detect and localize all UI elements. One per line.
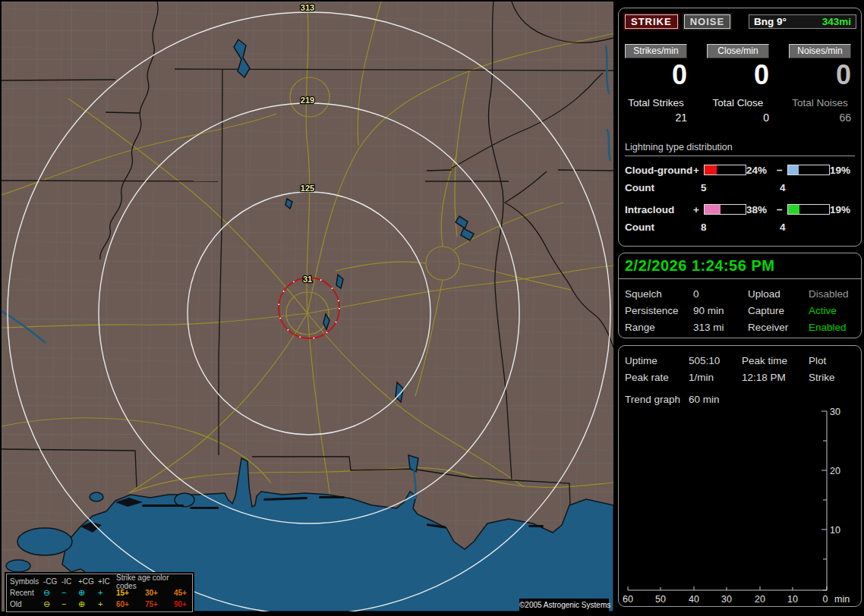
bearing-value: Bng 9° — [754, 16, 787, 27]
plot-mode-value: Strike — [809, 372, 855, 383]
ring-label-31: 31 — [303, 275, 312, 284]
uptime-value: 505:10 — [689, 355, 742, 366]
cg-negative-bar — [787, 165, 830, 175]
total-noises-value: 66 — [789, 112, 851, 124]
map-canvas: 313 219 125 31 — [2, 2, 613, 611]
y-tick-20: 20 — [830, 466, 840, 476]
y-tick-30: 30 — [830, 407, 840, 417]
distribution-title: Lightning type distribution — [625, 142, 855, 156]
total-close-label: Total Close — [707, 97, 769, 108]
age-75: 75+ — [145, 600, 174, 608]
ic-negative-bar — [787, 204, 830, 215]
noises-counter: Noises/min 0 Total Noises 66 — [789, 44, 851, 124]
receiver-label: Receiver — [748, 322, 809, 333]
range-setting-value: 313 mi — [693, 322, 748, 333]
cloud-ground-row: Cloud-ground + 24% − 19% — [625, 161, 855, 179]
noises-per-min-value: 0 — [789, 61, 851, 89]
legend-age-header: Strike age color codes — [116, 574, 191, 590]
ic-positive-count: 8 — [695, 222, 780, 233]
total-noises-label: Total Noises — [789, 97, 851, 108]
counters-panel: STRIKE NOISE Bng 9° 343mi Strikes/min 0 … — [618, 8, 862, 247]
close-per-min-value: 0 — [707, 61, 769, 89]
legend-row-recent-label: Recent — [10, 589, 43, 597]
ic-positive-bar — [704, 204, 746, 215]
x-tick-20: 20 — [755, 594, 765, 605]
plot-label: Plot — [809, 355, 855, 366]
capture-status: Active — [809, 305, 855, 316]
noises-per-min-button[interactable]: Noises/min — [789, 44, 851, 58]
total-strikes-value: 21 — [625, 112, 687, 124]
legend-col-pos-ic: +IC — [98, 577, 116, 586]
x-tick-30: 30 — [721, 594, 732, 605]
legend-col-neg-ic: -IC — [61, 577, 78, 586]
symbols-legend: Symbols -CG -IC +CG +IC Strike age color… — [6, 574, 193, 612]
pos-ic-old-icon: + — [98, 600, 116, 608]
close-counter: Close/min 0 Total Close 0 — [707, 44, 769, 124]
age-45: 45+ — [174, 589, 191, 597]
legend-symbols-header: Symbols — [10, 577, 43, 586]
peak-rate-value: 1/min — [689, 372, 742, 383]
ring-label-125: 125 — [301, 184, 314, 193]
y-tick-10: 10 — [830, 525, 840, 536]
neg-ic-recent-icon: − — [61, 589, 78, 597]
cg-positive-bar — [704, 165, 746, 175]
pos-ic-recent-icon: + — [98, 589, 116, 597]
peak-time-label: Peak time — [742, 355, 809, 366]
trend-panel: Uptime 505:10 Peak time Plot Peak rate 1… — [618, 345, 862, 607]
bearing-range-readout: Bng 9° 343mi — [749, 14, 856, 29]
cg-positive-pct: 24% — [746, 165, 777, 176]
pos-cg-old-icon: ⊕ — [78, 600, 98, 608]
x-tick-60: 60 — [623, 594, 633, 605]
age-30: 30+ — [145, 589, 174, 597]
range-value: 343mi — [822, 16, 851, 27]
capture-label: Capture — [748, 305, 809, 316]
plus-sign: + — [693, 165, 704, 176]
ring-label-219: 219 — [301, 96, 314, 105]
strikes-counter: Strikes/min 0 Total Strikes 21 — [625, 44, 687, 124]
uptime-label: Uptime — [625, 355, 689, 366]
count-label: Count — [625, 182, 695, 193]
trend-graph-label: Trend graph — [625, 394, 689, 405]
upload-status: Disabled — [809, 288, 855, 300]
trend-graph-value: 60 min — [689, 394, 855, 405]
neg-cg-recent-icon: ⊖ — [43, 589, 61, 597]
minus-sign: − — [777, 204, 787, 215]
age-15: 15+ — [116, 589, 145, 597]
neg-ic-old-icon: − — [61, 600, 78, 608]
cg-negative-pct: 19% — [830, 165, 855, 176]
close-per-min-button[interactable]: Close/min — [707, 44, 769, 58]
age-90: 90+ — [174, 600, 191, 608]
upload-label: Upload — [748, 288, 809, 300]
minus-sign: − — [777, 165, 787, 176]
intracloud-count-row: Count 8 4 — [625, 218, 855, 235]
receiver-status: Enabled — [809, 322, 855, 333]
count-label: Count — [625, 222, 695, 233]
cg-positive-count: 5 — [695, 182, 780, 193]
range-label: Range — [625, 322, 693, 333]
copyright-notice: ©2005 Astrogenic Systems — [519, 599, 609, 611]
lightning-map[interactable]: 313 219 125 31 — [2, 2, 613, 611]
strikes-per-min-button[interactable]: Strikes/min — [625, 44, 687, 58]
total-close-value: 0 — [707, 112, 769, 124]
ic-negative-pct: 19% — [830, 204, 855, 215]
age-60: 60+ — [116, 600, 145, 608]
cloud-ground-label: Cloud-ground — [625, 165, 693, 176]
cloud-ground-count-row: Count 5 4 — [625, 179, 855, 196]
peak-rate-label: Peak rate — [625, 372, 689, 383]
trend-graph-chart: 30 20 10 60 50 40 30 20 10 0 min — [619, 405, 861, 608]
x-tick-10: 10 — [787, 594, 798, 605]
legend-col-neg-cg: -CG — [43, 577, 61, 586]
noise-mode-button[interactable]: NOISE — [684, 14, 730, 29]
ic-negative-count: 4 — [780, 222, 855, 233]
status-panel: 2/2/2026 1:24:56 PM Squelch 0 Upload Dis… — [618, 253, 862, 338]
ic-positive-pct: 38% — [746, 204, 777, 215]
legend-col-pos-cg: +CG — [78, 577, 98, 586]
strike-mode-button[interactable]: STRIKE — [625, 14, 678, 29]
intracloud-row: Intracloud + 38% − 19% — [625, 200, 855, 218]
x-tick-40: 40 — [689, 594, 699, 605]
persistence-value: 90 min — [693, 305, 748, 316]
legend-row-old-label: Old — [10, 600, 43, 608]
x-tick-50: 50 — [655, 594, 666, 605]
lightning-distribution: Lightning type distribution Cloud-ground… — [619, 124, 861, 235]
neg-cg-old-icon: ⊖ — [43, 600, 61, 608]
